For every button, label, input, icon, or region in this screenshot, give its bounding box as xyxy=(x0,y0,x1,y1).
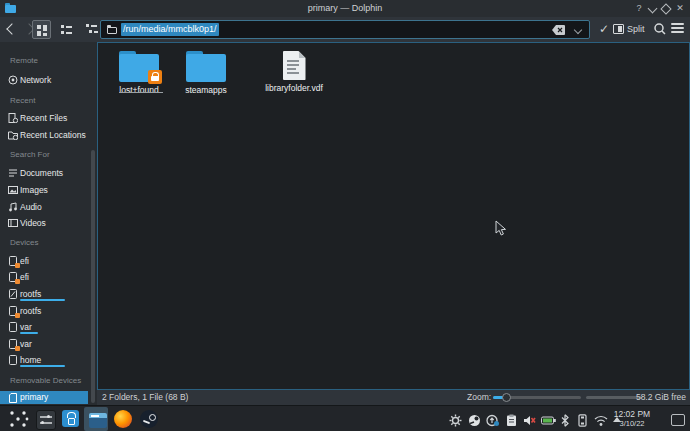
selection-summary: 2 Folders, 1 File (68 B) xyxy=(102,390,188,405)
sidebar-item-recent-files[interactable]: Recent Files xyxy=(0,111,88,125)
recent-files-icon xyxy=(8,113,18,123)
tray-device-notifier-button[interactable] xyxy=(577,413,590,426)
tray-wifi-button[interactable] xyxy=(594,413,607,426)
app-launcher-button[interactable] xyxy=(9,409,29,429)
recent-locations-icon xyxy=(8,130,18,140)
maximize-button[interactable] xyxy=(659,0,673,17)
sidebar-item-rootfs-2[interactable]: rootfs xyxy=(0,304,88,318)
folder-icon xyxy=(107,25,117,34)
gear-icon xyxy=(449,414,462,427)
discover-icon xyxy=(62,410,79,427)
sdcard-icon xyxy=(8,393,18,403)
tray-battery-button[interactable] xyxy=(541,413,554,426)
file-label: libraryfolder.vdf xyxy=(251,83,337,93)
apply-location-button[interactable]: ✓ xyxy=(596,20,612,38)
dolphin-window: primary — Dolphin ? ✕ xyxy=(0,0,690,431)
app-launcher-icon xyxy=(9,409,29,429)
status-bar: 2 Folders, 1 File (68 B) Zoom: 58.2 GiB … xyxy=(97,390,690,405)
free-space-label: 58.2 GiB free xyxy=(636,390,686,405)
file-label: steamapps xyxy=(173,85,239,95)
sidebar-scrollbar[interactable] xyxy=(91,150,95,403)
close-button[interactable]: ✕ xyxy=(673,0,687,17)
folder-view[interactable]: lost+found steamapps libraryfolder.vdf xyxy=(97,42,690,390)
capacity-bar xyxy=(20,365,65,367)
discover-button[interactable] xyxy=(61,409,81,429)
sidebar-item-primary[interactable]: primary xyxy=(0,391,88,404)
file-item-lost-found[interactable]: lost+found xyxy=(106,51,172,95)
steam-icon xyxy=(140,410,158,428)
sidebar-item-documents[interactable]: Documents xyxy=(0,166,88,180)
sidebar-item-efi-2[interactable]: efi xyxy=(0,270,88,284)
tray-volume-button[interactable] xyxy=(523,413,536,426)
window-title: primary — Dolphin xyxy=(0,0,690,17)
tray-steam-button[interactable] xyxy=(468,413,481,426)
digital-clock[interactable]: 12:02 PM 3/10/22 xyxy=(608,409,656,428)
videos-icon xyxy=(8,218,18,228)
tray-bluetooth-button[interactable] xyxy=(560,413,573,426)
compact-view-button[interactable] xyxy=(57,20,76,39)
sidebar-item-images[interactable]: Images xyxy=(0,183,88,197)
section-search-for: Search For xyxy=(10,148,95,162)
icons-view-button[interactable] xyxy=(32,20,51,39)
firefox-icon xyxy=(114,410,132,428)
capacity-bar xyxy=(20,299,65,301)
steam-tray-icon xyxy=(468,414,481,427)
taskbar: 12:02 PM 3/10/22 xyxy=(0,405,690,431)
section-recent: Recent xyxy=(10,94,95,108)
drive-icon xyxy=(8,355,18,365)
section-devices: Devices xyxy=(10,236,95,250)
capacity-bar xyxy=(20,332,38,334)
dolphin-task-button[interactable] xyxy=(86,409,106,429)
sidebar-item-var-1[interactable]: var xyxy=(0,320,88,334)
titlebar[interactable]: primary — Dolphin ? ✕ xyxy=(0,0,690,18)
tray-clipboard-button[interactable] xyxy=(505,413,518,426)
show-desktop-icon[interactable] xyxy=(671,414,685,426)
drive-icon xyxy=(8,306,18,316)
file-item-libraryfolder[interactable]: libraryfolder.vdf xyxy=(251,51,337,93)
minimize-button[interactable] xyxy=(645,0,659,17)
zoom-slider-handle[interactable] xyxy=(502,393,511,402)
clear-text-icon[interactable] xyxy=(552,25,565,35)
text-file-icon xyxy=(283,51,306,80)
sidebar-item-recent-locations[interactable]: Recent Locations xyxy=(0,128,88,142)
battery-icon xyxy=(541,414,556,427)
audio-icon xyxy=(8,202,18,212)
hamburger-menu-icon[interactable] xyxy=(671,23,684,35)
search-icon xyxy=(652,21,668,37)
section-remote: Remote xyxy=(10,54,95,68)
search-button[interactable] xyxy=(652,21,668,37)
back-button[interactable] xyxy=(3,21,19,37)
chevron-down-icon[interactable] xyxy=(574,26,582,34)
sidebar-item-home[interactable]: home xyxy=(0,353,88,367)
sidebar-item-efi-1[interactable]: efi xyxy=(0,254,88,268)
firefox-button[interactable] xyxy=(113,409,133,429)
sidebar-item-videos[interactable]: Videos xyxy=(0,216,88,230)
section-removable-devices: Removable Devices xyxy=(10,374,95,388)
toolbar: /run/media/mmcblk0p1/ ✓ Split xyxy=(0,17,690,43)
tray-update-notifier-button[interactable] xyxy=(486,413,499,426)
wifi-icon xyxy=(594,414,608,427)
split-button[interactable]: Split xyxy=(613,20,649,39)
zoom-label: Zoom: xyxy=(467,390,491,405)
dolphin-task-icon xyxy=(89,413,107,428)
tray-updates-button[interactable] xyxy=(449,413,462,426)
drive-icon xyxy=(8,322,18,332)
details-view-button[interactable] xyxy=(82,20,101,39)
sidebar-item-var-2[interactable]: var xyxy=(0,337,88,351)
system-settings-button[interactable] xyxy=(36,409,56,429)
network-icon xyxy=(8,75,18,85)
device-notifier-icon xyxy=(577,414,588,427)
sidebar-item-rootfs-1[interactable]: rootfs xyxy=(0,287,88,301)
file-label: lost+found xyxy=(106,85,172,95)
location-bar[interactable]: /run/media/mmcblk0p1/ xyxy=(100,20,590,39)
folder-icon xyxy=(186,51,226,82)
split-view-icon xyxy=(613,24,624,34)
sidebar-item-audio[interactable]: Audio xyxy=(0,200,88,214)
help-button[interactable]: ? xyxy=(632,0,646,17)
file-item-steamapps[interactable]: steamapps xyxy=(173,51,239,95)
location-input[interactable]: /run/media/mmcblk0p1/ xyxy=(121,23,219,36)
sidebar-item-network[interactable]: Network xyxy=(0,73,88,87)
update-notifier-icon xyxy=(486,414,499,427)
steam-button[interactable] xyxy=(139,409,159,429)
bluetooth-icon xyxy=(560,414,570,427)
